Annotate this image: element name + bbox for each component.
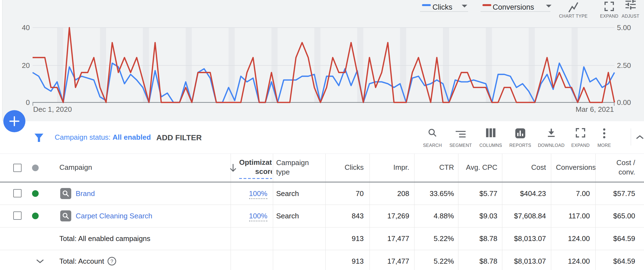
svg-text:Dec 1, 2020: Dec 1, 2020 xyxy=(33,105,72,113)
svg-text:Mar 6, 2021: Mar 6, 2021 xyxy=(576,105,614,113)
svg-text:20: 20 xyxy=(22,61,30,70)
svg-text:40: 40 xyxy=(22,23,30,32)
svg-text:2.50: 2.50 xyxy=(617,61,631,70)
svg-text:0.00: 0.00 xyxy=(617,98,631,107)
svg-text:5.00: 5.00 xyxy=(617,23,631,32)
svg-text:0: 0 xyxy=(26,98,30,107)
svg-text:?: ? xyxy=(110,259,113,264)
